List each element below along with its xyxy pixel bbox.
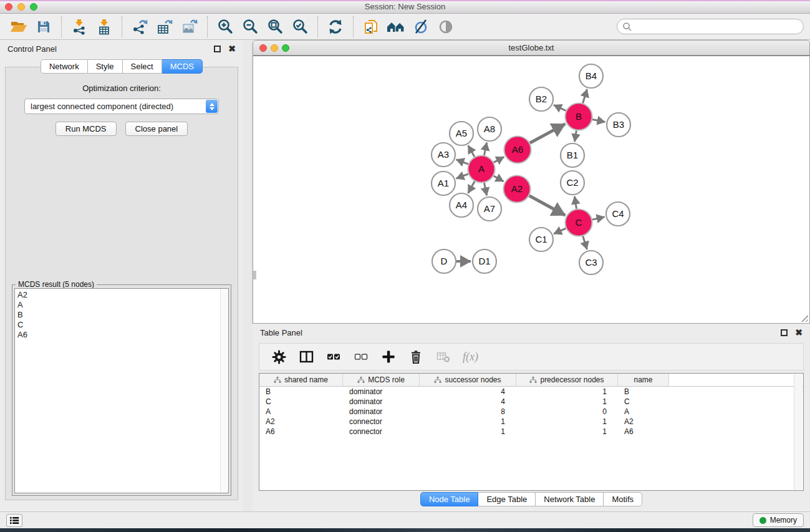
graph-node-C2[interactable]: C2 (561, 171, 584, 195)
tab-network[interactable]: Network (41, 59, 88, 74)
table-scrollbar[interactable] (794, 374, 803, 490)
import-network-button[interactable] (67, 16, 92, 38)
toggle-graphics-details-button[interactable] (408, 16, 433, 38)
memory-button[interactable]: Memory (753, 513, 804, 527)
table-row[interactable]: A6connector11A6 (259, 427, 803, 437)
graph-node-A1[interactable]: A1 (432, 172, 455, 195)
graph-edge-A-A6[interactable] (494, 157, 504, 163)
graph-node-D1[interactable]: D1 (473, 249, 496, 273)
search-field[interactable] (617, 19, 804, 34)
result-item[interactable]: A6 (17, 330, 228, 340)
graph-node-A[interactable]: A (468, 156, 495, 183)
refresh-view-button[interactable] (323, 16, 348, 38)
delete-column-button[interactable] (408, 349, 424, 365)
graph-node-A2[interactable]: A2 (504, 176, 531, 203)
delete-table-button[interactable] (435, 349, 451, 365)
overview-handle[interactable] (253, 271, 256, 279)
show-hide-details-button[interactable] (433, 16, 458, 38)
duplicate-network-button[interactable] (359, 16, 383, 38)
table-row[interactable]: Bdominator41B (259, 387, 803, 397)
graph-edge-C-C2[interactable] (574, 196, 576, 209)
network-window-titlebar[interactable]: testGlobe.txt (253, 41, 809, 56)
table-settings-button[interactable] (271, 349, 287, 365)
graph-node-B3[interactable]: B3 (607, 113, 630, 137)
graph-edge-B-B1[interactable] (575, 130, 577, 142)
graph-node-A7[interactable]: A7 (478, 197, 501, 221)
graph-edge-A2-C[interactable] (529, 196, 566, 215)
graph-node-B[interactable]: B (566, 104, 592, 130)
float-panel-icon[interactable] (214, 46, 221, 52)
graph-edge-A-A2[interactable] (494, 176, 504, 181)
result-scrollbar[interactable] (220, 289, 228, 493)
table-row[interactable]: Cdominator41C (259, 397, 803, 407)
tab-motifs[interactable]: Motifs (604, 492, 642, 506)
unselect-all-button[interactable] (353, 349, 369, 365)
export-table-button[interactable] (152, 16, 177, 38)
graph-edge-C-C4[interactable] (592, 217, 605, 220)
save-session-button[interactable] (31, 16, 56, 38)
node-table[interactable]: shared nameMCDS rolesuccessor nodesprede… (259, 373, 804, 491)
graph-edge-B-B3[interactable] (592, 119, 605, 122)
table-row[interactable]: A2connector11A2 (259, 417, 803, 427)
graph-node-A4[interactable]: A4 (450, 193, 473, 217)
graph-edge-A-A5[interactable] (468, 145, 475, 157)
graph-edge-A-A3[interactable] (456, 160, 468, 164)
export-image-button[interactable] (177, 16, 202, 38)
close-panel-icon[interactable]: ✖ (228, 46, 236, 52)
search-input[interactable] (632, 21, 803, 33)
column-header-predecessor-nodes[interactable]: predecessor nodes (516, 374, 618, 386)
zoom-selected-button[interactable] (287, 16, 312, 38)
export-network-button[interactable] (127, 16, 152, 38)
graph-node-D[interactable]: D (432, 249, 456, 273)
column-header-name[interactable]: name (618, 374, 669, 386)
graph-node-A3[interactable]: A3 (432, 143, 455, 167)
graph-edge-A-A8[interactable] (484, 143, 486, 155)
graph-edge-C-C1[interactable] (554, 228, 566, 234)
graph-node-C1[interactable]: C1 (529, 228, 553, 251)
graph-node-B2[interactable]: B2 (529, 87, 553, 111)
open-session-button[interactable] (6, 16, 31, 38)
graph-node-C3[interactable]: C3 (579, 251, 603, 274)
import-table-button[interactable] (92, 16, 117, 38)
table-row[interactable]: Adominator80A (259, 407, 803, 417)
graph-edge-B-B4[interactable] (583, 89, 587, 103)
run-mcds-button[interactable]: Run MCDS (55, 122, 117, 136)
tab-network-table[interactable]: Network Table (536, 492, 604, 506)
graph-edge-C-C3[interactable] (583, 236, 587, 249)
graph-node-B1[interactable]: B1 (561, 143, 584, 167)
graph-edge-A6-B[interactable] (530, 124, 566, 143)
result-item[interactable]: A2 (17, 290, 228, 300)
tab-select[interactable]: Select (123, 59, 162, 74)
close-panel-button[interactable]: Close panel (125, 122, 188, 136)
result-item[interactable]: C (17, 320, 228, 330)
float-table-panel-icon[interactable] (781, 329, 788, 336)
criterion-dropdown[interactable]: largest connected component (directed) (24, 99, 219, 114)
graph-edge-A-A4[interactable] (468, 181, 475, 193)
graph-node-C4[interactable]: C4 (606, 202, 630, 226)
column-header-shared-name[interactable]: shared name (259, 374, 343, 386)
close-table-panel-icon[interactable]: ✖ (795, 329, 803, 336)
tab-mcds[interactable]: MCDS (162, 59, 203, 74)
zoom-in-button[interactable] (213, 16, 238, 38)
add-column-button[interactable] (380, 349, 397, 365)
column-header-successor-nodes[interactable]: successor nodes (420, 374, 516, 386)
zoom-fit-button[interactable] (263, 16, 287, 38)
network-canvas[interactable]: AA1A2A3A4A5A6A7A8BB1B2B3B4CC1C2C3C4DD1 (253, 56, 809, 323)
task-history-button[interactable] (6, 514, 22, 527)
graph-node-B4[interactable]: B4 (579, 64, 603, 88)
welcome-screen-button[interactable] (383, 16, 408, 38)
column-header-MCDS-role[interactable]: MCDS role (343, 374, 420, 386)
mcds-result-list[interactable]: A2ABCA6 (14, 288, 229, 493)
tab-edge-table[interactable]: Edge Table (478, 492, 536, 506)
tab-node-table[interactable]: Node Table (420, 492, 479, 506)
graph-edge-A-A1[interactable] (456, 174, 468, 178)
graph-node-A6[interactable]: A6 (504, 137, 531, 163)
function-builder-button[interactable]: f(x) (463, 349, 478, 365)
graph-node-A5[interactable]: A5 (450, 122, 473, 145)
result-item[interactable]: A (17, 300, 228, 310)
select-all-button[interactable] (325, 349, 342, 365)
tab-style[interactable]: Style (88, 59, 123, 74)
show-columns-button[interactable] (298, 349, 314, 365)
result-item[interactable]: B (17, 310, 228, 320)
graph-edge-B-B2[interactable] (554, 105, 566, 110)
